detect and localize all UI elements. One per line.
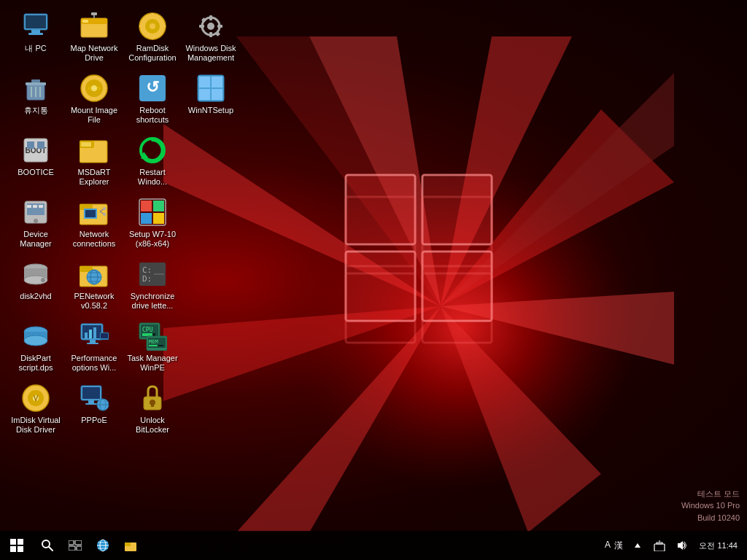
icon-imdisk[interactable]: V ImDisk Virtual Disk Driver (7, 379, 64, 441)
language-indicator[interactable]: A 漢 (602, 540, 626, 552)
svg-point-109 (24, 335, 47, 346)
icon-restart-explorer[interactable]: Restart Windo... (124, 131, 181, 193)
taskbar-ie[interactable] (89, 531, 117, 560)
chevron-up-icon (634, 542, 641, 549)
icon-network-conn[interactable]: Network connections (66, 193, 123, 255)
my-pc-label: 내 PC (25, 44, 46, 53)
icon-disk2vhd[interactable]: disk2vhd (7, 255, 64, 317)
svg-rect-25 (31, 30, 40, 33)
svg-point-40 (207, 23, 214, 30)
svg-rect-116 (87, 343, 98, 344)
network-tray-icon[interactable] (649, 531, 670, 560)
lang-han: 漢 (614, 540, 623, 552)
icon-task-manager[interactable]: CPU MEM Task Manager WinPE (124, 317, 181, 379)
svg-rect-22 (422, 197, 492, 266)
svg-rect-90 (153, 213, 164, 224)
disk2vhd-icon (21, 260, 50, 289)
icon-sync-drive[interactable]: C: D: Synchronize drive lette... (124, 255, 181, 317)
svg-rect-11 (346, 175, 415, 244)
svg-rect-62 (199, 89, 210, 100)
unlock-bitlocker-icon (138, 384, 167, 413)
icon-ramdisk[interactable]: RamDisk Configuration (124, 7, 181, 69)
icon-empty-4 (182, 317, 239, 379)
svg-rect-118 (101, 333, 108, 338)
svg-rect-29 (82, 20, 88, 23)
disk-mgmt-icon (196, 12, 225, 41)
svg-rect-135 (88, 400, 94, 403)
svg-rect-77 (33, 205, 37, 208)
setup-w7-icon (138, 198, 167, 227)
svg-point-86 (103, 213, 106, 216)
clock[interactable]: 오전 11:44 (693, 531, 743, 560)
icon-setup-w7[interactable]: Setup W7-10 (x86-x64) (124, 193, 181, 255)
diskpart-label: DiskPart script.dps (10, 354, 61, 373)
icon-empty-1 (182, 131, 239, 193)
svg-rect-89 (141, 213, 152, 224)
icon-mount-image[interactable]: Mount Image File (66, 69, 123, 131)
svg-rect-19 (346, 273, 415, 343)
icon-bootice[interactable]: BOOT BOOTICE (7, 131, 64, 193)
icon-perf-options[interactable]: Performance options Wi... (66, 317, 123, 379)
icon-my-pc[interactable]: 내 PC (7, 7, 64, 69)
volume-tray-icon[interactable] (671, 531, 692, 560)
watermark-line1: 테스트 모드 (681, 488, 740, 500)
icon-recycle[interactable]: 휴지통 (7, 69, 64, 131)
my-pc-icon (21, 12, 50, 41)
icon-pppoe[interactable]: PPPoE (66, 379, 123, 441)
svg-text:MEM: MEM (149, 339, 158, 345)
icon-winntsetup[interactable]: WinNTSetup (182, 69, 239, 131)
svg-marker-4 (441, 292, 674, 365)
svg-rect-115 (90, 340, 96, 343)
watermark: 테스트 모드 Windows 10 Pro Build 10240 (681, 488, 740, 524)
volume-icon (676, 540, 687, 551)
svg-rect-26 (28, 33, 43, 35)
icon-diskpart[interactable]: DiskPart script.dps (7, 317, 64, 379)
svg-line-148 (49, 547, 53, 551)
svg-text:V: V (34, 394, 39, 402)
start-button[interactable] (0, 531, 34, 560)
svg-marker-2 (441, 36, 572, 306)
svg-rect-63 (212, 89, 222, 100)
svg-text:CPU: CPU (142, 327, 153, 333)
recycle-label: 휴지통 (24, 106, 48, 115)
svg-rect-152 (77, 546, 82, 551)
icon-device-manager[interactable]: Device Manager (7, 193, 64, 255)
svg-rect-159 (125, 542, 131, 546)
imdisk-icon: V (21, 384, 50, 413)
icon-empty-3 (182, 255, 239, 317)
svg-rect-67 (37, 141, 44, 149)
svg-rect-70 (81, 142, 91, 147)
reboot-label: Reboot shortcuts (127, 106, 178, 125)
icon-map-network[interactable]: Map Network Drive (66, 7, 123, 69)
svg-rect-20 (422, 273, 492, 343)
taskbar-explorer[interactable] (117, 531, 144, 560)
svg-rect-18 (424, 253, 490, 319)
svg-rect-162 (657, 542, 662, 544)
svg-rect-134 (82, 387, 100, 399)
task-view-button[interactable] (61, 531, 89, 560)
svg-rect-31 (91, 12, 97, 15)
svg-rect-38 (161, 25, 166, 28)
svg-rect-48 (26, 82, 46, 85)
icon-reboot[interactable]: ↺ Reboot shortcuts (124, 69, 181, 131)
mount-image-label: Mount Image File (69, 106, 120, 125)
restart-explorer-icon (138, 136, 167, 165)
device-manager-icon (21, 198, 50, 227)
show-hidden-icons[interactable] (627, 531, 648, 560)
map-network-icon (80, 12, 109, 41)
perf-options-icon (80, 322, 109, 351)
icon-unlock-bitlocker[interactable]: Unlock BitLocker (124, 379, 181, 441)
svg-point-55 (91, 85, 97, 91)
svg-point-0 (222, 102, 659, 510)
icon-msdart[interactable]: MSDaRT Explorer (66, 131, 123, 193)
svg-rect-44 (217, 25, 222, 28)
icon-disk-mgmt[interactable]: Windows Disk Management (182, 7, 239, 69)
svg-marker-1 (309, 36, 441, 306)
icon-penetwork[interactable]: PENetwork v0.58.2 (66, 255, 123, 317)
sync-drive-label: Synchronize drive lette... (127, 292, 178, 311)
imdisk-label: ImDisk Virtual Disk Driver (10, 416, 61, 435)
svg-rect-16 (424, 176, 490, 243)
pppoe-icon (80, 384, 109, 413)
search-button[interactable] (34, 531, 61, 560)
svg-rect-21 (346, 197, 415, 266)
